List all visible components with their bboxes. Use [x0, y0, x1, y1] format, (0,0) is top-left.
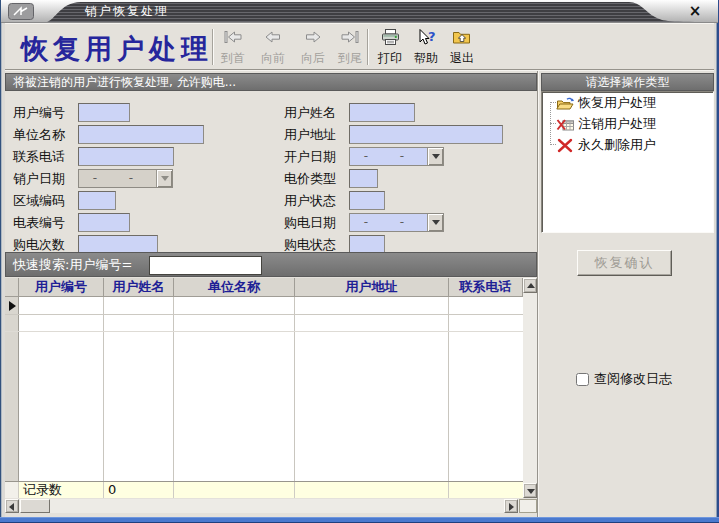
scrollbar-corner [519, 499, 537, 513]
table-footer-row: 记录数 0 [5, 481, 523, 498]
field-label: 电价类型 [284, 169, 348, 188]
column-header[interactable]: 联系电话 [449, 278, 523, 297]
phone-field[interactable] [78, 147, 174, 166]
tree-item-label: 注销用户处理 [578, 115, 656, 133]
close-icon[interactable]: × [686, 1, 704, 21]
form-section-header: 将被注销的用户进行恢复处理, 允许购电... [5, 73, 537, 91]
restore-confirm-button[interactable]: 恢复确认 [577, 250, 672, 276]
scroll-up-button[interactable] [523, 278, 537, 293]
field-label: 用户编号 [13, 103, 77, 122]
user-number-field[interactable] [78, 103, 130, 122]
exit-button[interactable]: 退出 [443, 27, 481, 68]
nav-first-button[interactable]: 到首 [214, 27, 252, 68]
triangle-down-icon [527, 489, 535, 494]
nav-prev-label: 向前 [254, 50, 292, 67]
nav-first-label: 到首 [214, 50, 252, 67]
unit-name-field[interactable] [78, 125, 204, 144]
horizontal-scrollbar[interactable] [5, 499, 537, 513]
column-header[interactable]: 用户姓名 [104, 278, 174, 297]
combo-dropdown-button[interactable] [427, 214, 443, 231]
grid-line [5, 331, 523, 332]
help-button[interactable]: ? 帮助 [407, 27, 445, 68]
user-status-field[interactable] [349, 191, 385, 210]
delete-x-icon [556, 138, 575, 153]
quick-search-label: 快速搜索:用户编号= [13, 253, 132, 277]
arrow-first-icon [223, 28, 243, 46]
window-title: 销户恢复处理 [85, 0, 169, 22]
combo-dropdown-button[interactable] [156, 170, 172, 187]
view-log-checkbox-row[interactable]: 查阅修改日志 [576, 370, 672, 388]
combo-value: - - [79, 170, 155, 187]
field-label: 区域编码 [13, 191, 77, 210]
chevron-down-icon [432, 220, 440, 229]
field-label: 销户日期 [13, 169, 77, 188]
row-selector-header [5, 278, 19, 297]
tree-item-label: 永久删除用户 [578, 136, 656, 154]
column-header[interactable]: 单位名称 [174, 278, 295, 297]
print-label: 打印 [371, 50, 409, 67]
print-button[interactable]: 打印 [371, 27, 409, 68]
grid-line [294, 482, 295, 498]
combo-value: - - [350, 214, 426, 231]
grid-line [294, 297, 295, 481]
triangle-left-icon [9, 503, 14, 511]
row-selector-column [5, 297, 19, 481]
field-label: 购电日期 [284, 213, 348, 232]
triangle-right-icon [509, 503, 514, 511]
quick-search-input[interactable] [149, 256, 262, 275]
nav-prev-button[interactable]: 向前 [254, 27, 292, 68]
exit-icon [453, 28, 471, 46]
scroll-left-button[interactable] [5, 499, 19, 513]
scroll-right-button[interactable] [504, 499, 518, 513]
current-row-marker [9, 301, 21, 311]
page-title: 恢复用户处理 [21, 31, 213, 67]
window-border-bottom [0, 517, 719, 523]
purchase-date-combo[interactable]: - - [349, 213, 444, 232]
nav-last-button[interactable]: 到尾 [331, 27, 369, 68]
grid-line [448, 297, 449, 481]
record-count-value: 0 [104, 482, 174, 498]
view-log-checkbox[interactable] [576, 373, 589, 386]
scrollbar-thumb[interactable] [20, 499, 50, 513]
record-count-label: 记录数 [19, 482, 104, 498]
column-header[interactable]: 用户地址 [295, 278, 449, 297]
tree-item-label: 恢复用户处理 [578, 94, 656, 112]
toolbar: 恢复用户处理 到首 向前 向后 到尾 [5, 23, 714, 70]
help-icon: ? [417, 28, 436, 46]
field-label: 开户日期 [284, 147, 348, 166]
tree-item-delete-user[interactable]: 永久删除用户 [556, 136, 656, 154]
open-date-combo[interactable]: - - [349, 147, 444, 166]
operation-tree: 恢复用户处理 注销用户处理 永久删除用户 [541, 91, 714, 233]
scroll-down-button[interactable] [523, 483, 537, 498]
cancel-date-combo[interactable]: - - [78, 169, 173, 188]
grid-line [103, 482, 104, 498]
view-log-label: 查阅修改日志 [594, 370, 672, 388]
nav-next-label: 向后 [294, 50, 332, 67]
field-label: 单位名称 [13, 125, 77, 144]
user-name-field[interactable] [349, 103, 415, 122]
exit-label: 退出 [443, 50, 481, 67]
user-address-field[interactable] [349, 125, 503, 144]
field-label: 用户地址 [284, 125, 348, 144]
meter-number-field[interactable] [78, 213, 130, 232]
tree-item-cancel-user[interactable]: 注销用户处理 [556, 115, 656, 133]
nav-next-button[interactable]: 向后 [294, 27, 332, 68]
svg-text:?: ? [428, 29, 436, 44]
grid-line [448, 482, 449, 498]
cancel-record-icon [556, 117, 575, 132]
price-type-field[interactable] [349, 169, 378, 188]
field-label: 联系电话 [13, 147, 77, 166]
combo-dropdown-button[interactable] [427, 148, 443, 165]
table-body[interactable] [5, 297, 523, 481]
region-code-field[interactable] [78, 191, 116, 210]
vertical-scrollbar[interactable] [523, 278, 537, 498]
app-window: 销户恢复处理 × 恢复用户处理 到首 向前 向后 [0, 0, 719, 523]
tree-item-restore-user[interactable]: 恢复用户处理 [556, 94, 656, 112]
chevron-down-icon [432, 154, 440, 163]
printer-icon [382, 28, 399, 46]
triangle-up-icon [527, 283, 535, 288]
footer-selector-cell [5, 482, 19, 498]
combo-value: - - [350, 148, 426, 165]
column-header[interactable]: 用户编号 [19, 278, 104, 297]
titlebar: 销户恢复处理 × [1, 0, 718, 23]
